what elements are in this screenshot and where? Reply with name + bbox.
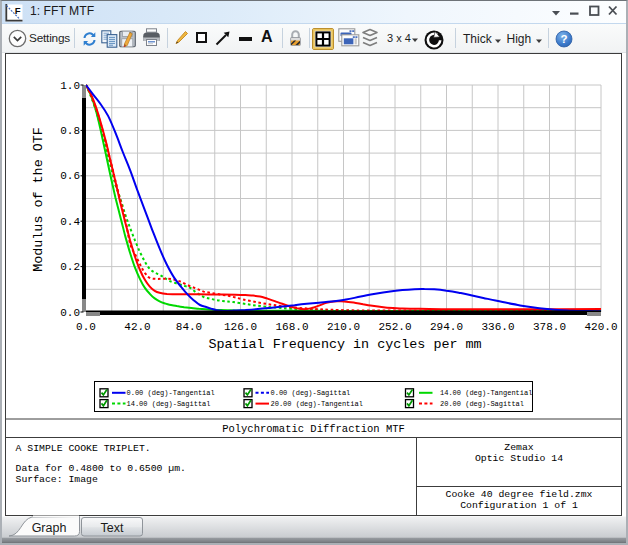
svg-text:Graph: Graph — [32, 521, 67, 535]
svg-text:20.00 (deg)-Sagittal: 20.00 (deg)-Sagittal — [440, 400, 524, 408]
svg-text:210.0: 210.0 — [327, 321, 360, 333]
svg-text:Configuration 1 of 1: Configuration 1 of 1 — [460, 500, 578, 511]
svg-text:378.0: 378.0 — [533, 321, 566, 333]
svg-text:336.0: 336.0 — [481, 321, 514, 333]
svg-text:0.00 (deg)-Sagittal: 0.00 (deg)-Sagittal — [271, 389, 351, 397]
svg-text:14.00 (deg)-Tangential: 14.00 (deg)-Tangential — [440, 389, 532, 397]
svg-text:0.2: 0.2 — [60, 261, 80, 273]
svg-text:126.0: 126.0 — [224, 321, 257, 333]
svg-text:A SIMPLE COOKE TRIPLET.: A SIMPLE COOKE TRIPLET. — [16, 443, 151, 454]
svg-text:?: ? — [560, 33, 567, 45]
svg-text:420.0: 420.0 — [584, 321, 617, 333]
svg-text:252.0: 252.0 — [378, 321, 411, 333]
svg-text:0.0: 0.0 — [60, 307, 80, 319]
svg-text:Text: Text — [101, 521, 124, 535]
svg-text:20.00 (deg)-Tangential: 20.00 (deg)-Tangential — [271, 400, 363, 408]
svg-text:0.00 (deg)-Tangential: 0.00 (deg)-Tangential — [127, 389, 215, 397]
svg-text:168.0: 168.0 — [275, 321, 308, 333]
svg-text:84.0: 84.0 — [176, 321, 202, 333]
svg-text:0.8: 0.8 — [60, 125, 80, 137]
svg-text:0.6: 0.6 — [60, 170, 80, 182]
svg-text:Data for 0.4800 to 0.6500 µm.: Data for 0.4800 to 0.6500 µm. — [16, 463, 187, 474]
svg-text:294.0: 294.0 — [430, 321, 463, 333]
svg-text:Polychromatic Diffraction MTF: Polychromatic Diffraction MTF — [222, 423, 405, 435]
svg-text:0.0: 0.0 — [76, 321, 96, 333]
svg-text:0.4: 0.4 — [60, 216, 80, 228]
svg-text:Optic Studio 14: Optic Studio 14 — [475, 453, 563, 464]
svg-text:1.0: 1.0 — [60, 80, 80, 92]
svg-text:F: F — [15, 4, 21, 15]
svg-text:14.00 (deg)-Sagittal: 14.00 (deg)-Sagittal — [127, 400, 211, 408]
svg-text:Spatial Frequency in cycles pe: Spatial Frequency in cycles per mm — [208, 337, 481, 352]
svg-text:Zemax: Zemax — [504, 442, 534, 453]
svg-text:Cooke 40 degree field.zmx: Cooke 40 degree field.zmx — [446, 489, 593, 500]
svg-text:Modulus of the OTF: Modulus of the OTF — [31, 127, 46, 272]
svg-text:Surface: Image: Surface: Image — [16, 474, 98, 485]
svg-text:42.0: 42.0 — [124, 321, 150, 333]
